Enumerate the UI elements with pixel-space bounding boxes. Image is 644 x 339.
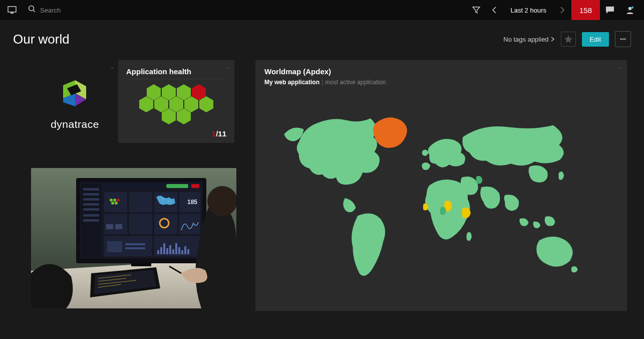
dots-icon <box>619 36 626 43</box>
svg-rect-0 <box>8 7 16 12</box>
dynatrace-logo: dynatrace <box>51 78 99 130</box>
svg-rect-53 <box>184 246 186 254</box>
svg-rect-58 <box>131 263 151 266</box>
page-header: Our world No tags applied Edit <box>13 31 631 47</box>
svg-rect-57 <box>125 247 145 249</box>
top-bar-left <box>6 4 467 16</box>
search-icon <box>28 5 36 15</box>
svg-point-30 <box>111 202 114 205</box>
svg-point-8 <box>624 39 626 40</box>
svg-point-63 <box>207 186 236 216</box>
svg-point-4 <box>628 7 631 10</box>
svg-rect-15 <box>83 198 99 201</box>
health-count: 1/11 <box>212 129 226 138</box>
svg-rect-18 <box>83 214 99 217</box>
tags-link[interactable]: No tags applied <box>503 36 554 43</box>
svg-point-32 <box>163 199 164 200</box>
photo-tile[interactable]: 185 <box>31 168 236 308</box>
logo-tile[interactable]: ⌄ dynatrace <box>31 60 119 148</box>
chevron-down-icon[interactable]: ⌄ <box>225 63 230 70</box>
worldmap-tile[interactable]: ⌄ Worldmap (Apdex) My web application|mo… <box>255 60 627 311</box>
svg-rect-55 <box>107 241 122 252</box>
search-input[interactable] <box>40 7 140 14</box>
svg-point-7 <box>622 39 624 40</box>
time-back-button[interactable] <box>485 0 503 20</box>
chevron-right-icon <box>551 37 555 42</box>
health-honeycomb <box>126 84 226 120</box>
user-icon[interactable] <box>620 0 640 20</box>
svg-point-6 <box>620 39 622 40</box>
time-forward-button[interactable] <box>553 0 571 20</box>
svg-rect-50 <box>175 243 177 254</box>
svg-rect-39 <box>106 224 113 229</box>
tile-title: Application health <box>126 67 226 79</box>
svg-rect-13 <box>83 188 99 191</box>
svg-rect-52 <box>181 250 183 254</box>
svg-rect-21 <box>166 184 188 188</box>
svg-rect-49 <box>172 249 174 254</box>
favorite-button[interactable] <box>561 32 576 47</box>
map-app-name: My web application <box>264 79 319 86</box>
page-actions: No tags applied Edit <box>503 31 631 47</box>
svg-rect-17 <box>83 208 99 211</box>
svg-rect-44 <box>157 250 159 254</box>
svg-point-2 <box>29 6 34 11</box>
map-subtitle: My web application|most active applicati… <box>264 79 618 86</box>
problems-badge[interactable]: 158 <box>571 0 600 20</box>
svg-rect-37 <box>154 214 177 234</box>
worldmap-svg <box>264 91 618 301</box>
map-note: most active application <box>325 79 386 86</box>
svg-rect-22 <box>191 184 199 188</box>
filter-icon[interactable] <box>467 0 485 20</box>
svg-rect-16 <box>83 203 99 206</box>
tags-label: No tags applied <box>503 36 548 43</box>
svg-point-27 <box>110 199 113 202</box>
time-range[interactable]: Last 2 hours <box>503 7 553 14</box>
svg-rect-36 <box>129 214 152 234</box>
total-count: /11 <box>216 129 226 138</box>
svg-rect-45 <box>160 247 162 254</box>
page: Our world No tags applied Edit ⌄ <box>0 20 644 339</box>
monitor-icon[interactable] <box>6 4 18 16</box>
svg-line-3 <box>34 11 36 13</box>
svg-rect-56 <box>125 243 145 245</box>
svg-text:185: 185 <box>187 199 197 206</box>
bad-count: 1 <box>212 129 216 138</box>
svg-point-28 <box>113 199 116 202</box>
tile-title: Worldmap (Apdex) <box>264 67 618 76</box>
svg-point-31 <box>115 202 118 205</box>
star-icon <box>564 35 573 44</box>
dashboard-grid: ⌄ dynatrace ⌄ Application health 1/11 <box>13 60 631 331</box>
more-button[interactable] <box>615 31 631 47</box>
chevron-down-icon[interactable]: ⌄ <box>618 63 623 70</box>
svg-rect-24 <box>129 192 152 212</box>
svg-rect-46 <box>163 243 165 254</box>
svg-rect-1 <box>11 13 14 14</box>
photo-illustration: 185 <box>31 168 236 308</box>
svg-point-33 <box>169 201 170 202</box>
chevron-down-icon[interactable]: ⌄ <box>110 63 115 70</box>
dynatrace-mark-icon <box>57 78 92 113</box>
search[interactable] <box>28 5 140 15</box>
top-bar: Last 2 hours 158 <box>0 0 644 20</box>
svg-point-5 <box>631 7 633 9</box>
svg-point-29 <box>117 199 120 202</box>
page-title: Our world <box>13 32 70 47</box>
svg-rect-48 <box>169 245 171 254</box>
svg-rect-14 <box>83 193 99 196</box>
svg-rect-47 <box>166 248 168 254</box>
application-health-tile[interactable]: ⌄ Application health 1/11 <box>118 60 234 143</box>
edit-button[interactable]: Edit <box>582 32 609 47</box>
chat-icon[interactable] <box>600 0 620 20</box>
svg-rect-40 <box>115 224 122 229</box>
dynatrace-logo-text: dynatrace <box>51 118 99 130</box>
svg-rect-54 <box>187 249 189 254</box>
svg-rect-51 <box>178 247 180 254</box>
svg-rect-19 <box>83 219 99 222</box>
top-bar-right: Last 2 hours 158 <box>467 0 640 20</box>
